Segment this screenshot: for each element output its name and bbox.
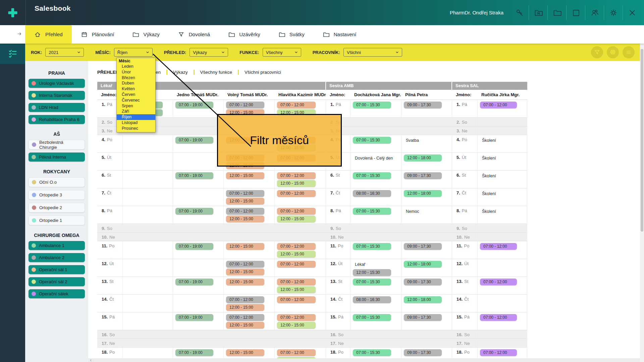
print-button[interactable] <box>607 46 619 58</box>
schedule-cell[interactable]: 07:00 - 19:00 <box>173 206 224 224</box>
shift-pill[interactable]: 07:00 - 12:00 <box>480 279 517 285</box>
shift-note[interactable]: Svatba <box>401 135 452 143</box>
tab-dovolená[interactable]: Dovolená <box>169 25 219 44</box>
shift-pill[interactable]: 08:00 - 16:30 <box>353 296 391 303</box>
shift-pill[interactable]: 09:00 - 17:30 <box>404 349 442 356</box>
schedule-cell[interactable] <box>478 126 527 135</box>
tab-nastavení[interactable]: Nastavení <box>314 25 366 44</box>
shift-pill[interactable]: 07:00 - 12:00 <box>277 102 316 108</box>
shift-pill[interactable]: 07:00 - 15:30 <box>353 137 391 143</box>
month-option-září[interactable]: Září <box>117 109 155 114</box>
shift-pill[interactable]: 08:00 - 16:30 <box>353 190 391 197</box>
shift-pill[interactable]: 07:00 - 12:00 <box>277 172 316 179</box>
schedule-cell[interactable]: 07:00 - 12:0012:00 - 15:00 <box>224 312 275 330</box>
schedule-cell[interactable] <box>123 330 173 339</box>
schedule-cell[interactable] <box>478 259 527 277</box>
shift-pill[interactable]: 07:00 - 12:00 <box>480 314 517 321</box>
schedule-cell[interactable]: 07:00 - 12:00 <box>478 241 527 259</box>
schedule-cell[interactable] <box>478 295 527 312</box>
sidebar-item-bezbolestn-chirurgie[interactable]: Bezbolestná Chirurgie <box>29 140 85 149</box>
schedule-cell[interactable] <box>173 330 224 339</box>
schedule-cell[interactable]: 09:00 - 17:30 <box>401 348 452 358</box>
schedule-cell[interactable]: Školení <box>478 153 527 170</box>
schedule-cell[interactable] <box>478 330 527 339</box>
schedule-cell[interactable]: 07:00 - 19:00 <box>173 241 224 259</box>
month-option-květen[interactable]: Květen <box>117 86 155 92</box>
shift-pill[interactable]: 07:00 - 12:00 <box>277 314 316 321</box>
schedule-cell[interactable]: 07:00 - 15:30 <box>351 100 401 117</box>
schedule-cell[interactable] <box>224 330 275 339</box>
schedule-cell[interactable]: 07:00 - 15:30 <box>351 348 401 358</box>
schedule-cell[interactable]: 07:00 - 12:00 <box>478 348 527 358</box>
schedule-cell[interactable] <box>478 118 527 126</box>
schedule-cell[interactable]: 07:00 - 19:00 <box>173 277 224 294</box>
vertical-scrollbar[interactable] <box>640 44 644 362</box>
schedule-cell[interactable] <box>401 126 452 135</box>
schedule-cell[interactable]: 07:00 - 12:0012:00 - 15:00 <box>224 206 275 224</box>
schedule-cell[interactable] <box>351 233 401 241</box>
shift-pill[interactable]: 12:00 - 15:00 <box>226 216 264 222</box>
sidebar-item-ortopedie-2[interactable]: Ortopedie 2 <box>29 203 85 213</box>
schedule-cell[interactable] <box>123 259 173 277</box>
month-option-březen[interactable]: Březen <box>117 75 155 81</box>
schedule-cell[interactable] <box>351 126 401 135</box>
schedule-cell[interactable] <box>351 224 401 232</box>
schedule-cell[interactable]: 07:00 - 19:00 <box>173 312 224 330</box>
tab-výkazy[interactable]: Výkazy <box>123 25 168 44</box>
schedule-cell[interactable]: 09:00 - 17:30 <box>401 312 452 330</box>
schedule-cell[interactable] <box>123 339 173 347</box>
schedule-cell[interactable]: Školení <box>478 188 527 206</box>
filter-select-pracovník[interactable]: Všichni <box>343 48 402 57</box>
shift-pill[interactable]: 07:00 - 15:30 <box>353 279 391 285</box>
month-option-srpen[interactable]: Srpen <box>117 103 155 109</box>
shift-pill[interactable]: 12:00 - 15:00 <box>277 251 316 257</box>
schedule-cell[interactable]: 07:00 - 12:00 <box>275 295 326 312</box>
shift-pill[interactable]: 07:00 - 15:30 <box>353 243 391 250</box>
schedule-cell[interactable] <box>401 118 452 126</box>
shift-pill[interactable]: 12:00 - 15:30 <box>353 269 391 276</box>
window-icon[interactable] <box>566 5 585 20</box>
schedule-cell[interactable]: Nemoc <box>401 206 452 224</box>
shift-pill[interactable]: 12:00 - 15:00 <box>277 322 316 328</box>
shift-pill[interactable]: 12:00 - 15:00 <box>226 243 264 250</box>
users-icon[interactable] <box>585 5 604 20</box>
schedule-cell[interactable]: 07:00 - 15:30 <box>351 135 401 153</box>
shift-pill[interactable]: 12:00 - 15:00 <box>277 180 316 187</box>
month-option-listopad[interactable]: Listopad <box>117 120 155 126</box>
month-option-duben[interactable]: Duben <box>117 80 155 86</box>
shift-note[interactable]: Dovolená - Celý den <box>351 153 401 161</box>
shift-pill[interactable]: 12:00 - 18:00 <box>404 296 442 303</box>
schedule-cell[interactable]: 12:00 - 15:00 <box>224 241 275 259</box>
schedule-cell[interactable]: 07:00 - 12:00 <box>478 277 527 294</box>
shift-pill[interactable]: 07:00 - 12:00 <box>277 208 316 215</box>
shift-pill[interactable]: 07:00 - 19:00 <box>175 172 213 179</box>
schedule-cell[interactable] <box>401 339 452 347</box>
shift-pill[interactable]: 07:00 - 12:00 <box>226 314 264 321</box>
schedule-cell[interactable] <box>401 224 452 232</box>
schedule-cell[interactable]: 07:00 - 12:00 <box>275 188 326 206</box>
shift-pill[interactable]: 07:00 - 12:00 <box>277 243 316 250</box>
sidebar-item-opera-n-s-l-1[interactable]: Operační sál 1 <box>29 265 85 274</box>
schedule-cell[interactable]: Svatba <box>401 135 452 153</box>
shift-pill[interactable]: 07:00 - 12:00 <box>480 243 517 250</box>
filter-select-měsíc[interactable]: Říjen <box>114 48 153 57</box>
tab-uzávěrky[interactable]: Uzávěrky <box>219 25 269 44</box>
shift-pill[interactable]: 12:00 - 15:00 <box>226 198 264 204</box>
shift-pill[interactable]: 09:00 - 17:30 <box>404 243 442 250</box>
schedule-cell[interactable]: 07:00 - 15:30 <box>351 206 401 224</box>
shift-note[interactable]: Školení <box>478 206 527 214</box>
schedule-cell[interactable]: 12:00 - 15:00 <box>224 171 275 188</box>
schedule-cell[interactable]: 07:00 - 19:00 <box>173 135 224 153</box>
shift-pill[interactable]: 12:00 - 15:00 <box>226 268 264 275</box>
schedule-cell[interactable] <box>123 312 173 330</box>
folder-icon[interactable] <box>547 5 566 20</box>
shift-pill[interactable]: 09:00 - 17:30 <box>404 279 442 285</box>
shift-pill[interactable]: 09:00 - 17:30 <box>404 314 442 321</box>
schedule-cell[interactable]: 07:00 - 12:00 <box>275 259 326 277</box>
schedule-cell[interactable]: 08:00 - 16:30 <box>351 295 401 312</box>
schedule-cell[interactable] <box>478 339 527 347</box>
schedule-cell[interactable]: 07:00 - 12:0012:00 - 15:00 <box>275 277 326 294</box>
filter-select-funkce[interactable]: Všechny <box>263 48 301 57</box>
schedule-cell[interactable]: 07:00 - 12:00 <box>478 312 527 330</box>
schedule-cell[interactable] <box>224 339 275 347</box>
